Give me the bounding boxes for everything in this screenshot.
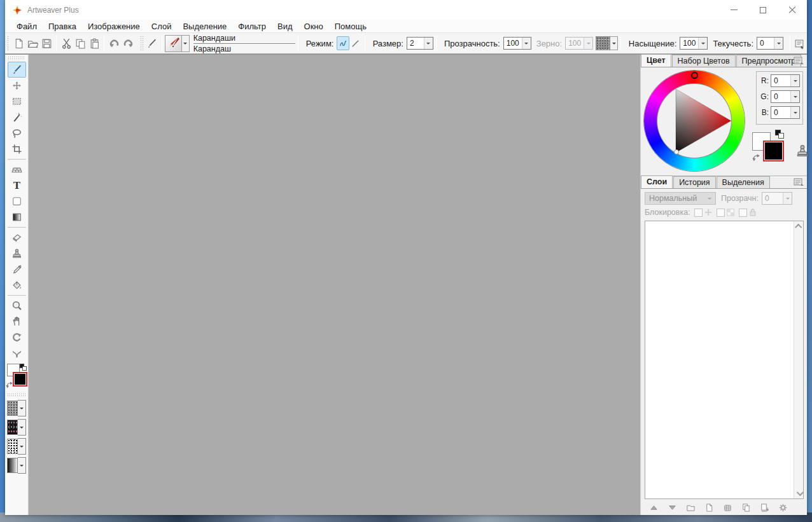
clone-stamp-tool[interactable]	[8, 245, 26, 261]
foreground-color-swatch[interactable]	[13, 372, 27, 387]
toolbar-grip[interactable]	[140, 36, 143, 51]
save-button[interactable]	[39, 36, 53, 52]
flow-combo[interactable]: 0	[757, 37, 783, 50]
layer-move-down-button[interactable]	[666, 502, 678, 513]
brush-selector-labels[interactable]: Карандаши Карандаш	[193, 34, 295, 53]
layers-list[interactable]	[645, 221, 804, 499]
adjustment-layer-button[interactable]	[721, 502, 734, 513]
swap-colors-icon[interactable]	[6, 381, 13, 389]
stamp-icon[interactable]	[795, 144, 809, 158]
sv-triangle[interactable]	[657, 84, 731, 158]
opacity-dropdown-arrow[interactable]	[522, 38, 531, 49]
menu-select[interactable]: Выделение	[177, 20, 232, 32]
brush-name-label[interactable]: Карандаш	[193, 44, 295, 53]
freehand-mode-button[interactable]	[337, 36, 349, 50]
r-combo[interactable]: 0	[771, 74, 800, 87]
swap-colors-icon[interactable]	[752, 154, 760, 162]
size-combo[interactable]: 2	[407, 37, 433, 50]
default-colors-icon[interactable]	[20, 364, 27, 371]
sv-cursor[interactable]	[674, 149, 679, 155]
flow-dropdown-arrow[interactable]	[774, 38, 783, 49]
default-colors-icon[interactable]	[775, 130, 784, 139]
duplicate-layer-button[interactable]	[739, 502, 752, 513]
opacity-value[interactable]: 100	[504, 38, 522, 49]
spray-preview[interactable]	[7, 439, 18, 454]
r-value[interactable]: 0	[771, 75, 788, 86]
g-combo[interactable]: 0	[771, 90, 800, 103]
g-dropdown-arrow[interactable]	[790, 91, 799, 102]
text-tool[interactable]: T	[8, 177, 26, 193]
tool-panel-grip[interactable]	[8, 56, 25, 60]
menu-file[interactable]: Файл	[11, 20, 43, 32]
cut-button[interactable]	[59, 36, 73, 52]
gradient-preview[interactable]	[7, 458, 18, 473]
scroll-down-button[interactable]	[794, 488, 804, 498]
eyedropper-tool[interactable]	[8, 261, 26, 277]
zoom-tool[interactable]	[8, 298, 26, 313]
tab-preview[interactable]: Предпросмотр	[736, 55, 802, 67]
gradient-tool[interactable]	[8, 209, 26, 225]
texture-preview[interactable]	[7, 401, 18, 416]
shape-tool[interactable]	[8, 193, 26, 209]
b-value[interactable]: 0	[771, 107, 788, 118]
brush-preview-dropdown[interactable]	[182, 35, 190, 52]
saturation-combo[interactable]: 100	[680, 37, 708, 50]
saturation-dropdown-arrow[interactable]	[698, 38, 707, 49]
size-value[interactable]: 2	[407, 38, 424, 49]
spray-dropdown-arrow[interactable]	[18, 438, 26, 455]
menu-layer[interactable]: Слой	[146, 20, 178, 32]
crop-tool[interactable]	[8, 141, 26, 157]
brush-palette-button[interactable]	[793, 36, 807, 52]
hand-tool[interactable]	[8, 313, 26, 329]
magic-wand-tool[interactable]	[8, 109, 26, 125]
menu-edit[interactable]: Правка	[43, 20, 82, 32]
tab-color[interactable]: Цвет	[641, 54, 671, 67]
menu-image[interactable]: Изображение	[82, 20, 146, 32]
new-layer-button[interactable]	[703, 502, 715, 513]
straight-line-mode-button[interactable]	[349, 36, 362, 50]
brush-tool[interactable]	[8, 62, 26, 78]
merge-down-button[interactable]	[758, 502, 771, 513]
mirror-tool[interactable]	[8, 345, 26, 361]
layers-scrollbar[interactable]	[794, 221, 803, 498]
redo-button[interactable]	[121, 36, 135, 52]
lasso-tool[interactable]	[8, 125, 26, 141]
close-button[interactable]	[778, 0, 807, 20]
foreground-color-swatch[interactable]	[763, 141, 784, 161]
menu-filter[interactable]: Фильтр	[232, 20, 272, 32]
open-button[interactable]	[25, 36, 39, 52]
opacity-combo[interactable]: 100	[503, 37, 531, 50]
layers-panel-menu-icon[interactable]	[794, 178, 804, 186]
brush-tool-indicator[interactable]	[145, 36, 159, 52]
canvas-area[interactable]	[29, 55, 640, 515]
new-document-button[interactable]	[11, 36, 25, 52]
menu-view[interactable]: Вид	[272, 20, 298, 32]
new-group-button[interactable]	[684, 502, 697, 513]
color-wheel[interactable]	[644, 71, 745, 171]
pattern-dropdown-arrow[interactable]	[18, 419, 26, 436]
layer-settings-button[interactable]	[776, 502, 789, 513]
paste-button[interactable]	[87, 36, 101, 52]
size-dropdown-arrow[interactable]	[424, 38, 433, 49]
brush-preview[interactable]	[165, 35, 183, 52]
brush-category-label[interactable]: Карандаши	[193, 34, 295, 44]
tab-history[interactable]: История	[673, 176, 715, 188]
menu-window[interactable]: Окно	[298, 20, 329, 32]
grain-texture-dropdown[interactable]	[610, 36, 618, 50]
rect-select-tool[interactable]	[8, 93, 26, 109]
grain-texture-preview[interactable]	[596, 36, 610, 50]
move-tool[interactable]	[8, 78, 26, 93]
saturation-value[interactable]: 100	[680, 38, 698, 49]
layer-move-up-button[interactable]	[647, 502, 660, 513]
tab-layers[interactable]: Слои	[641, 175, 673, 188]
minimize-button[interactable]	[719, 0, 748, 20]
r-dropdown-arrow[interactable]	[790, 75, 799, 86]
b-dropdown-arrow[interactable]	[790, 107, 799, 118]
maximize-button[interactable]	[748, 0, 778, 20]
eraser-tool[interactable]	[8, 230, 26, 245]
color-panel-menu-icon[interactable]	[794, 57, 804, 65]
pattern-tool[interactable]	[8, 161, 26, 177]
flow-value[interactable]: 0	[757, 38, 774, 49]
menu-help[interactable]: Помощь	[329, 20, 372, 32]
hue-cursor[interactable]	[691, 72, 698, 79]
